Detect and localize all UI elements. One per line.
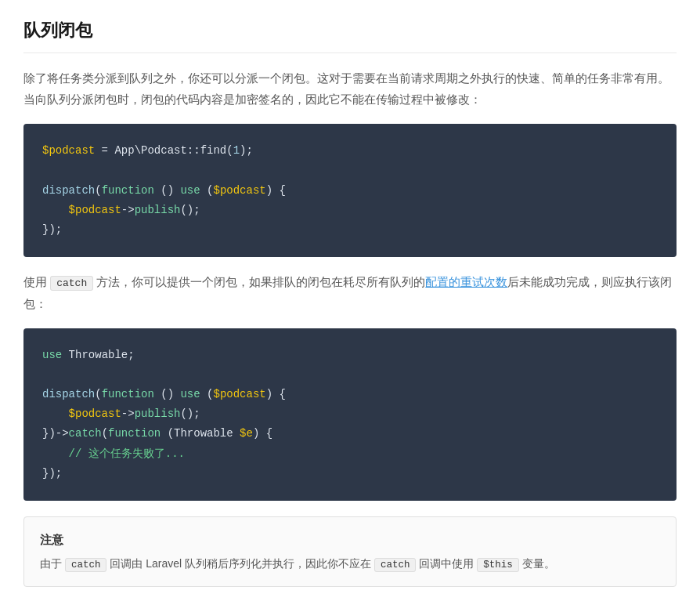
code-line: $podcast = App\Podcast::find(1);: [42, 141, 658, 161]
code-line-empty: [42, 365, 658, 385]
page-title: 队列闭包: [23, 16, 677, 53]
code-block-1: $podcast = App\Podcast::find(1); dispatc…: [23, 124, 677, 257]
retry-link[interactable]: 配置的重试次数: [425, 275, 507, 288]
intro-paragraph-1: 除了将任务类分派到队列之外，你还可以分派一个闭包。这对于需要在当前请求周期之外执…: [23, 67, 677, 110]
var-podcast: $podcast: [42, 144, 95, 157]
note-before: 由于: [40, 557, 62, 570]
code-line: use Throwable;: [42, 346, 658, 365]
code-line-empty: [42, 161, 658, 181]
code-line: dispatch(function () use ($podcast) {: [42, 181, 658, 201]
catch-inline-code-1: catch: [50, 276, 93, 291]
note-content: 由于 catch 回调由 Laravel 队列稍后序列化并执行，因此你不应在 c…: [40, 555, 660, 574]
code-line: $podcast->publish();: [42, 404, 658, 424]
note-after: 变量。: [522, 557, 555, 570]
note-box: 注意 由于 catch 回调由 Laravel 队列稍后序列化并执行，因此你不应…: [23, 516, 677, 587]
code-line: dispatch(function () use ($podcast) {: [42, 385, 658, 404]
intro2-after1: 方法，你可以提供一个闭包，如果排队的闭包在耗尽所有队列的: [96, 275, 425, 288]
note-catch-code-2: catch: [374, 558, 417, 572]
note-middle1: 回调由 Laravel 队列稍后序列化并执行，因此你不应在: [110, 557, 371, 570]
note-title: 注意: [40, 530, 660, 550]
note-middle2: 回调中使用: [419, 557, 474, 570]
note-this-code: $this: [477, 558, 519, 572]
code-line: });: [42, 220, 658, 240]
note-catch-code-1: catch: [65, 558, 107, 572]
code-block-2: use Throwable; dispatch(function () use …: [23, 328, 677, 501]
code-line: })->catch(function (Throwable $e) {: [42, 424, 658, 444]
code-line: $podcast->publish();: [42, 201, 658, 220]
page-container: 队列闭包 除了将任务类分派到队列之外，你还可以分派一个闭包。这对于需要在当前请求…: [0, 0, 700, 594]
code-line-comment: // 这个任务失败了...: [42, 444, 658, 464]
intro2-before: 使用: [23, 275, 47, 288]
code-line: });: [42, 464, 658, 484]
intro-paragraph-2: 使用 catch 方法，你可以提供一个闭包，如果排队的闭包在耗尽所有队列的配置的…: [23, 271, 677, 313]
